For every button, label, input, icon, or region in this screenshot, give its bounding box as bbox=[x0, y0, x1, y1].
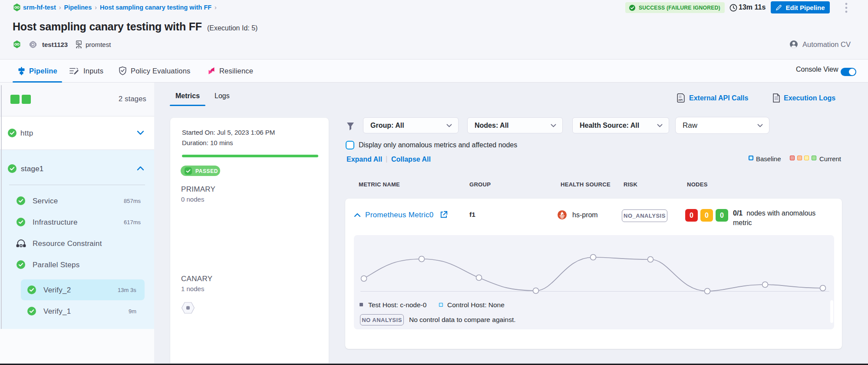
svg-text:API: API bbox=[678, 98, 683, 101]
